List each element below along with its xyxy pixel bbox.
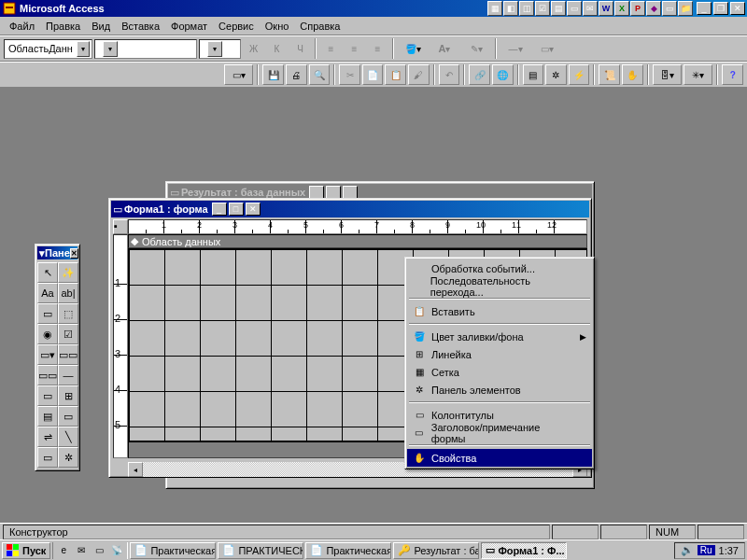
line-color-button[interactable]: ✎▾ [461, 38, 491, 59]
context-menu-item[interactable]: Последовательность перехода... [407, 277, 592, 295]
tray-icon[interactable]: ▭ [662, 1, 677, 16]
tray-icon[interactable]: W [599, 1, 613, 16]
vertical-ruler[interactable]: 12 34 5 [113, 234, 128, 458]
tool-9[interactable]: ▭▭ [58, 344, 78, 365]
db-window-button[interactable]: 🗄▾ [653, 64, 682, 85]
properties-button[interactable]: ✋ [622, 64, 643, 85]
tool-10[interactable]: ▭▭ [37, 365, 58, 385]
tool-16[interactable]: ⇌ [37, 427, 58, 447]
tool-5[interactable]: ⬚ [58, 303, 78, 324]
tool-8[interactable]: ▭▾ [37, 344, 58, 365]
context-menu-item[interactable]: 🪣Цвет заливки/фона▶ [407, 328, 592, 345]
view-button[interactable]: ▭▾ [224, 64, 253, 85]
menu-view[interactable]: Вид [86, 19, 116, 34]
object-combo[interactable]: ОбластьДанн▾ [4, 39, 92, 59]
menu-format[interactable]: Формат [165, 19, 213, 34]
tray-icon[interactable]: ▤ [551, 1, 566, 16]
form-maximize-button[interactable]: □ [229, 203, 244, 216]
tool-4[interactable]: ▭ [37, 303, 58, 324]
effect-button[interactable]: ▭▾ [532, 38, 562, 59]
tool-14[interactable]: ▤ [37, 406, 58, 427]
help-button[interactable]: ? [722, 64, 743, 85]
tool-17[interactable]: ╲ [58, 427, 78, 447]
bold-button[interactable]: Ж [243, 38, 264, 59]
italic-button[interactable]: К [266, 38, 288, 59]
menu-tools[interactable]: Сервис [213, 19, 260, 34]
field-list-button[interactable]: ▤ [523, 64, 544, 85]
maximize-button[interactable]: ❐ [713, 2, 728, 15]
cut-button[interactable]: ✂ [339, 64, 360, 85]
tray-icon[interactable]: P [630, 1, 645, 16]
menu-help[interactable]: Справка [294, 19, 345, 34]
tray-icon[interactable]: 📁 [678, 1, 693, 16]
save-button[interactable]: 💾 [262, 64, 284, 85]
align-right-button[interactable]: ≡ [367, 38, 388, 59]
tool-11[interactable]: — [58, 365, 78, 385]
code-button[interactable]: 📜 [599, 64, 620, 85]
copy-button[interactable]: 📄 [362, 64, 384, 85]
horizontal-ruler[interactable]: 123 456 789 101112 [128, 219, 587, 234]
font-color-button[interactable]: A▾ [430, 38, 459, 59]
context-menu-item[interactable]: ▭Заголовок/примечание формы [407, 424, 592, 441]
db-close-button[interactable]: ✕ [343, 186, 358, 199]
form-close-button[interactable]: ✕ [246, 203, 261, 216]
menu-edit[interactable]: Правка [40, 19, 86, 34]
underline-button[interactable]: Ч [289, 38, 311, 59]
tray-speaker-icon[interactable]: 🔊 [681, 544, 694, 556]
context-menu-item[interactable]: ✋Свойства [407, 449, 592, 467]
toolbox-button[interactable]: ✲ [545, 64, 567, 85]
toolbox-palette[interactable]: ▾ Пане ✕ ↖✨Aaab|▭⬚◉☑▭▾▭▭▭▭—▭⊞▤▭⇌╲▭✲ [35, 244, 80, 471]
start-button[interactable]: Пуск [2, 542, 50, 559]
tool-3[interactable]: ab| [58, 283, 78, 303]
taskbar-task[interactable]: ▭Форма1 : Ф... [481, 542, 567, 559]
menu-insert[interactable]: Вставка [116, 19, 165, 34]
taskbar-task[interactable]: 🔑Результат : ба... [393, 542, 479, 559]
tray-icon[interactable]: ☑ [535, 1, 550, 16]
align-center-button[interactable]: ≡ [344, 38, 365, 59]
align-left-button[interactable]: ≡ [320, 38, 342, 59]
detail-section-header[interactable]: ◆ Область данных [128, 234, 587, 248]
web-button[interactable]: 🌐 [492, 64, 514, 85]
new-object-button[interactable]: ✳▾ [684, 64, 712, 85]
chevron-down-icon[interactable]: ▾ [103, 41, 118, 57]
channels-icon[interactable]: 📡 [108, 543, 125, 558]
tool-7[interactable]: ☑ [58, 324, 78, 344]
tool-19[interactable]: ✲ [58, 447, 78, 468]
paste-button[interactable]: 📋 [385, 64, 406, 85]
chevron-down-icon[interactable]: ▾ [77, 41, 90, 57]
form-minimize-button[interactable]: _ [212, 203, 227, 216]
toolbox-close-button[interactable]: ✕ [70, 248, 78, 259]
ie-icon[interactable]: e [55, 543, 72, 558]
minimize-button[interactable]: _ [697, 2, 712, 15]
oe-icon[interactable]: ✉ [73, 543, 90, 558]
taskbar-task[interactable]: 📄Практическая... [305, 542, 391, 559]
menu-window[interactable]: Окно [260, 19, 295, 34]
context-menu-item[interactable]: ✲Панель элементов [407, 381, 592, 399]
fill-color-button[interactable]: 🪣▾ [398, 38, 428, 59]
undo-button[interactable]: ↶ [439, 64, 460, 85]
tray-icon[interactable]: X [614, 1, 629, 16]
tool-1[interactable]: ✨ [58, 262, 78, 283]
tray-icon[interactable]: ▭ [567, 1, 582, 16]
line-width-button[interactable]: —▾ [500, 38, 530, 59]
tool-12[interactable]: ▭ [37, 385, 58, 406]
menu-file[interactable]: Файл [4, 19, 40, 34]
db-minimize-button[interactable]: _ [309, 186, 324, 199]
scroll-left-button[interactable]: ◂ [128, 462, 143, 477]
format-painter-button[interactable]: 🖌 [408, 64, 430, 85]
tray-icon[interactable]: ◆ [646, 1, 661, 16]
form-window-titlebar[interactable]: ▭ Форма1 : форма _ □ ✕ [111, 201, 589, 217]
hyperlink-button[interactable]: 🔗 [469, 64, 490, 85]
preview-button[interactable]: 🔍 [309, 64, 331, 85]
tray-icon[interactable]: ◫ [519, 1, 534, 16]
tray-icon[interactable]: ◧ [503, 1, 518, 16]
tool-0[interactable]: ↖ [37, 262, 58, 283]
selector-box[interactable]: ▪ [113, 219, 128, 234]
close-button[interactable]: ✕ [730, 2, 745, 15]
tool-15[interactable]: ▭ [58, 406, 78, 427]
tool-6[interactable]: ◉ [37, 324, 58, 344]
chevron-down-icon[interactable]: ▾ [207, 41, 222, 57]
tray-icon[interactable]: ✉ [583, 1, 598, 16]
tool-18[interactable]: ▭ [37, 447, 58, 468]
context-menu-item[interactable]: 📋Вставить [407, 302, 592, 320]
